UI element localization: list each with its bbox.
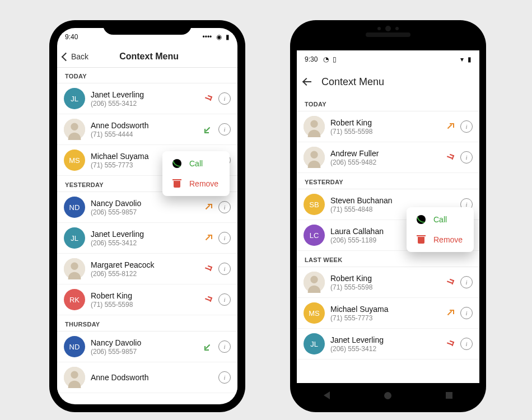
- sim-icon: ▯: [333, 55, 337, 63]
- ios-status-icons: •••• ◉ ▮: [200, 33, 230, 41]
- avatar-initials: JL: [64, 88, 85, 109]
- avatar-photo: [304, 147, 325, 168]
- avatar-initials: JL: [64, 227, 85, 249]
- context-call[interactable]: Call: [162, 153, 230, 174]
- contact-phone: (206) 555-3412: [91, 239, 204, 247]
- call-row[interactable]: Andrew Fuller(206) 555-9482i: [297, 142, 479, 173]
- call-row[interactable]: Anne Dodsworthi: [57, 362, 237, 393]
- missed-call-icon: [446, 153, 454, 161]
- context-remove[interactable]: Remove: [407, 230, 474, 250]
- android-camera: [385, 26, 391, 31]
- call-row[interactable]: Margaret Peacock(206) 555-8122i: [57, 254, 237, 284]
- browser-icon: ◔: [323, 55, 329, 63]
- context-remove-label: Remove: [189, 179, 218, 188]
- avatar-initials: ND: [64, 336, 85, 357]
- contact-phone: (71) 555-5598: [91, 301, 204, 309]
- contact-name: Anne Dodsworth: [91, 121, 204, 130]
- contact-name: Michael Suyama: [330, 305, 446, 314]
- contact-name: Steven Buchanan: [330, 196, 460, 205]
- call-row[interactable]: MSMichael Suyama(71) 555-7773i: [297, 298, 479, 329]
- contact-name: Robert King: [91, 291, 204, 300]
- contact-phone: (71) 555-5598: [330, 283, 446, 291]
- nav-recent-icon[interactable]: [446, 392, 452, 399]
- avatar-initials: MS: [304, 302, 325, 324]
- back-button[interactable]: Back: [63, 52, 88, 61]
- contact-phone: (206) 555-3412: [91, 100, 204, 108]
- stage: 9:40 •••• ◉ ▮ Back Context Menu TODAYJLJ…: [0, 0, 532, 420]
- info-button[interactable]: i: [218, 232, 231, 244]
- context-remove[interactable]: Remove: [162, 174, 230, 194]
- battery-icon: ▮: [468, 55, 472, 63]
- context-call[interactable]: Call: [407, 209, 474, 230]
- back-button[interactable]: [302, 77, 312, 87]
- info-button[interactable]: i: [218, 201, 231, 213]
- incoming-call-icon: [204, 343, 212, 351]
- svg-point-1: [71, 123, 78, 130]
- section-header: TODAY: [297, 95, 479, 111]
- call-row[interactable]: JLJanet Leverling(206) 555-3412i: [57, 223, 237, 254]
- info-button[interactable]: i: [460, 276, 473, 288]
- contact-name: Janet Leverling: [330, 335, 446, 344]
- avatar-photo: [64, 258, 85, 279]
- call-row[interactable]: RKRobert King(71) 555-5598i: [57, 284, 237, 315]
- call-row[interactable]: JLJanet Leverling(206) 555-3412i: [297, 329, 479, 360]
- outgoing-call-icon: [204, 234, 212, 242]
- avatar-initials: LC: [304, 225, 325, 246]
- info-button[interactable]: i: [218, 263, 231, 275]
- missed-call-icon: [204, 265, 212, 273]
- avatar-initials: SB: [304, 194, 325, 215]
- android-screen: 9:30 ◔ ▯ ▾ ▮ Context Menu TODAYRobert Ki…: [297, 50, 479, 383]
- back-label: Back: [71, 52, 88, 61]
- android-speaker: [366, 32, 410, 37]
- info-button[interactable]: i: [460, 120, 473, 133]
- avatar-initials: JL: [304, 333, 325, 354]
- contact-name: Andrew Fuller: [330, 149, 446, 158]
- contact-phone: (71) 555-5598: [330, 128, 446, 136]
- call-row[interactable]: Robert King(71) 555-5598i: [297, 111, 479, 142]
- nav-home-icon[interactable]: [384, 392, 391, 399]
- chevron-left-icon: [62, 52, 71, 61]
- call-row[interactable]: JLJanet Leverling(206) 555-3412i: [57, 83, 237, 114]
- context-menu: Call Remove: [162, 151, 230, 196]
- nav-back-icon[interactable]: [324, 391, 330, 399]
- call-row[interactable]: NDNancy Davolio(206) 555-9857i: [57, 332, 237, 362]
- section-header: YESTERDAY: [297, 173, 479, 189]
- avatar-initials: MS: [64, 150, 85, 171]
- missed-call-icon: [204, 95, 212, 102]
- phone-icon: [417, 215, 426, 224]
- info-button[interactable]: i: [460, 338, 473, 350]
- ios-list[interactable]: TODAYJLJanet Leverling(206) 555-3412iAnn…: [57, 67, 237, 404]
- call-row[interactable]: Anne Dodsworth(71) 555-4444i: [57, 114, 237, 145]
- section-header: LAST WEEK: [297, 251, 479, 267]
- contact-name: Robert King: [330, 118, 446, 127]
- trash-icon: [417, 235, 426, 244]
- info-button[interactable]: i: [218, 293, 231, 306]
- section-header: THURSDAY: [57, 315, 237, 332]
- info-button[interactable]: i: [218, 340, 231, 353]
- android-status-icons: ▾ ▮: [458, 55, 472, 63]
- svg-point-3: [71, 263, 78, 270]
- ios-notch: [103, 20, 192, 35]
- avatar-initials: ND: [64, 197, 85, 218]
- wifi-icon: ▾: [460, 55, 464, 63]
- outgoing-call-icon: [204, 203, 212, 211]
- info-button[interactable]: i: [460, 307, 473, 319]
- contact-phone: (71) 555-4444: [91, 130, 204, 138]
- section-header: TODAY: [57, 67, 237, 83]
- context-call-label: Call: [189, 159, 203, 168]
- contact-name: Nancy Davolio: [91, 199, 204, 208]
- contact-phone: (206) 555-8122: [91, 270, 204, 278]
- contact-phone: (206) 555-9482: [330, 158, 446, 166]
- contact-name: Janet Leverling: [91, 90, 204, 99]
- info-button[interactable]: i: [460, 151, 473, 164]
- context-call-label: Call: [433, 215, 447, 224]
- avatar-photo: [64, 119, 85, 140]
- info-button[interactable]: i: [218, 371, 231, 384]
- info-button[interactable]: i: [218, 92, 231, 105]
- contact-phone: (71) 555-7773: [330, 314, 446, 322]
- android-navbar: Context Menu: [297, 68, 479, 95]
- avatar-photo: [304, 116, 325, 137]
- call-row[interactable]: NDNancy Davolio(206) 555-9857i: [57, 192, 237, 223]
- call-row[interactable]: Robert King(71) 555-5598i: [297, 267, 479, 298]
- info-button[interactable]: i: [218, 123, 231, 136]
